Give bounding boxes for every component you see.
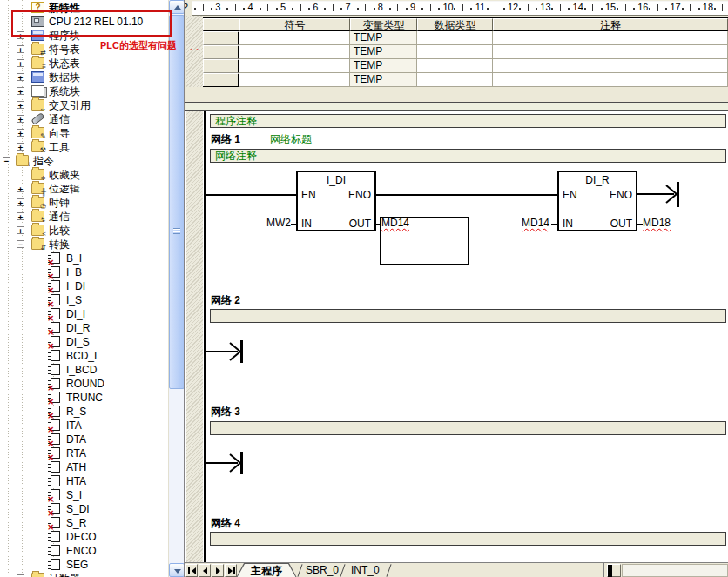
- table-cell-symbol[interactable]: [239, 59, 350, 73]
- tree-item[interactable]: DECO: [0, 530, 168, 544]
- network-1-label[interactable]: 网络 1: [211, 132, 240, 147]
- tree-item[interactable]: ×DTA: [0, 433, 168, 446]
- expand-icon[interactable]: +: [17, 45, 24, 53]
- tree-item[interactable]: I_BCD: [0, 363, 168, 377]
- expand-icon[interactable]: +: [17, 129, 24, 137]
- expand-icon[interactable]: +: [17, 59, 24, 67]
- tree-item[interactable]: ×B_I: [0, 252, 168, 265]
- table-cell-symbol[interactable]: [239, 45, 350, 59]
- network-2-label[interactable]: 网络 2: [211, 293, 240, 308]
- pane-splitter[interactable]: [185, 87, 728, 111]
- tree-item[interactable]: HTA: [0, 474, 168, 488]
- tree-item[interactable]: ATH: [0, 460, 168, 474]
- expand-icon[interactable]: +: [17, 226, 24, 234]
- tree-item[interactable]: ×I_S: [0, 293, 168, 307]
- network-4-label[interactable]: 网络 4: [211, 516, 240, 531]
- function-block-i-di[interactable]: I_DI EN ENO IN OUT: [296, 171, 376, 231]
- table-cell-symbol[interactable]: [239, 73, 350, 87]
- network-1-comment-box[interactable]: 网络注释: [210, 149, 726, 163]
- expand-icon[interactable]: +: [17, 212, 24, 220]
- table-cell-data-type[interactable]: [417, 31, 493, 45]
- expand-icon[interactable]: +: [17, 101, 24, 109]
- table-cell-comment[interactable]: [493, 45, 728, 59]
- table-cell-comment[interactable]: [493, 59, 728, 73]
- tree-item[interactable]: +◷时钟: [0, 196, 168, 210]
- expand-icon[interactable]: +: [17, 115, 24, 123]
- operand-md14-out[interactable]: MD14: [381, 218, 409, 229]
- tree-item[interactable]: BCD_I: [0, 349, 168, 363]
- tree-item[interactable]: ×ITA: [0, 419, 168, 433]
- row-header[interactable]: [203, 59, 239, 73]
- tree-item[interactable]: +↯通信: [0, 210, 168, 224]
- next-tab-button[interactable]: [212, 564, 224, 577]
- tree-item[interactable]: +通信: [0, 112, 168, 126]
- tab-sbr-0[interactable]: SBR_0: [306, 563, 339, 577]
- tree-item[interactable]: ×DI_I: [0, 307, 168, 321]
- last-tab-button[interactable]: [225, 564, 237, 577]
- network-3-title-bar[interactable]: [210, 421, 726, 435]
- network-4-title-bar[interactable]: [210, 532, 726, 546]
- tree-item[interactable]: ∗收藏夹: [0, 168, 168, 182]
- table-cell-symbol[interactable]: [239, 31, 350, 45]
- tree-item[interactable]: +╫位逻辑: [0, 182, 168, 196]
- table-cell-var-type[interactable]: TEMP: [350, 59, 417, 73]
- tree-item[interactable]: +系统块: [0, 84, 168, 98]
- table-cell-data-type[interactable]: [417, 59, 493, 73]
- row-header[interactable]: [203, 73, 239, 87]
- table-cell-var-type[interactable]: TEMP: [350, 73, 417, 87]
- program-comment-box[interactable]: 程序注释: [210, 114, 726, 128]
- tree-item[interactable]: −↓指令: [0, 154, 168, 168]
- operand-md18[interactable]: MD18: [643, 218, 671, 229]
- tree-item[interactable]: ×R_S: [0, 405, 168, 419]
- table-cell-comment[interactable]: [493, 31, 728, 45]
- tree-vertical-scrollbar[interactable]: [168, 0, 184, 577]
- tree-item[interactable]: +✎向导: [0, 126, 168, 140]
- scroll-thumb[interactable]: [169, 15, 185, 389]
- table-cell-data-type[interactable]: [417, 73, 493, 87]
- tree-item[interactable]: ×RTA: [0, 446, 168, 460]
- ladder-horizontal-scrollbar[interactable]: [604, 563, 728, 577]
- scroll-down-button[interactable]: [169, 563, 185, 577]
- tree-item[interactable]: ×I_B: [0, 265, 168, 279]
- network-2-title-bar[interactable]: [210, 309, 726, 323]
- expand-icon[interactable]: +: [17, 198, 24, 206]
- table-cell-data-type[interactable]: [417, 45, 493, 59]
- table-cell-var-type[interactable]: TEMP: [350, 31, 417, 45]
- row-header[interactable]: [203, 45, 239, 59]
- row-header[interactable]: [203, 31, 239, 45]
- expand-icon[interactable]: +: [17, 73, 24, 81]
- collapse-icon[interactable]: −: [3, 157, 10, 164]
- tree-item[interactable]: ×S_R: [0, 516, 168, 530]
- operand-mw2[interactable]: MW2: [266, 218, 291, 229]
- table-cell-var-type[interactable]: TEMP: [350, 45, 417, 59]
- tree-item[interactable]: ×I_DI: [0, 279, 168, 293]
- tree-item[interactable]: ×DI_R: [0, 321, 168, 335]
- operand-md14-in[interactable]: MD14: [522, 218, 549, 229]
- tree-item[interactable]: ×TRUNC: [0, 391, 168, 405]
- expand-icon[interactable]: +: [17, 143, 24, 151]
- expand-icon[interactable]: +: [17, 185, 24, 192]
- expand-icon[interactable]: +: [17, 87, 24, 95]
- function-block-di-r[interactable]: DI_R EN ENO IN OUT: [557, 171, 637, 231]
- previous-tab-button[interactable]: [199, 564, 211, 577]
- tree-item[interactable]: ×ROUND: [0, 377, 168, 391]
- tab-main-program[interactable]: 主程序: [237, 564, 296, 577]
- tree-item[interactable]: +↔交叉引用: [0, 98, 168, 112]
- tree-item[interactable]: SEG: [0, 558, 168, 572]
- tree-item[interactable]: +数据块: [0, 70, 168, 84]
- table-cell-comment[interactable]: [493, 73, 728, 87]
- tree-item[interactable]: +⚒工具: [0, 140, 168, 154]
- scroll-left-button[interactable]: [607, 564, 621, 577]
- tree-item[interactable]: −⇵转换: [0, 238, 168, 252]
- network-3-label[interactable]: 网络 3: [211, 405, 240, 419]
- tab-int-0[interactable]: INT_0: [351, 563, 380, 577]
- tree-item[interactable]: ENCO: [0, 544, 168, 558]
- tree-item[interactable]: ×S_DI: [0, 502, 168, 516]
- scroll-track[interactable]: [622, 564, 728, 577]
- network-1-title[interactable]: 网络标题: [270, 132, 312, 147]
- first-tab-button[interactable]: [185, 564, 198, 577]
- tree-item[interactable]: +<比较: [0, 224, 168, 238]
- tree-item[interactable]: ×DI_S: [0, 335, 168, 349]
- tree-item[interactable]: +⊞计数器: [0, 572, 168, 577]
- tree-item[interactable]: ×S_I: [0, 488, 168, 502]
